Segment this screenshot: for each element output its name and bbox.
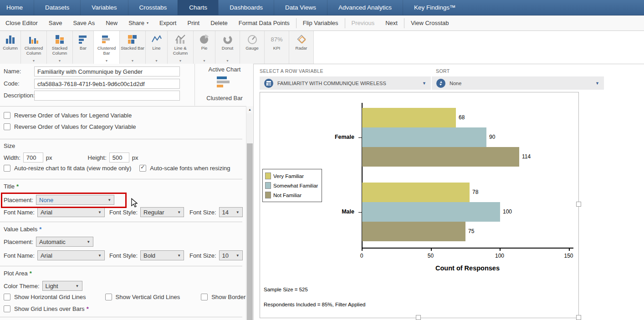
- nav-tab-variables[interactable]: Variables: [80, 0, 128, 15]
- reverse-legend-row: Reverse Order of Values for Legend Varia…: [4, 112, 132, 119]
- title-font-size-select[interactable]: 14 ▼: [219, 207, 243, 217]
- menu-separator: [404, 18, 404, 28]
- column-chart-type-button[interactable]: Column: [0, 31, 21, 64]
- clustered-column-icon: [28, 33, 39, 45]
- clustered-column-chart-type-button[interactable]: Clustered Column▼: [21, 31, 47, 64]
- grid-lines-row: Show Horizontal Grid Lines Show Vertical…: [4, 294, 245, 300]
- code-field[interactable]: [34, 79, 180, 89]
- chart-type-label: Stacked Column: [47, 46, 72, 56]
- title-font-style-select[interactable]: Regular ▼: [140, 207, 184, 217]
- vl-font-size-label: Font Size:: [189, 252, 216, 259]
- row-variable-dropdown[interactable]: FAMILIARITY WITH COMMUNIQUE WIRELESS ▼: [260, 76, 431, 90]
- nav-tab-dashboards[interactable]: Dashboards: [218, 0, 274, 15]
- scroll-up-arrow-icon[interactable]: ▲: [246, 106, 253, 113]
- auto-scale-fonts-checkbox[interactable]: [139, 165, 146, 172]
- menu-item-share[interactable]: Share▾: [123, 15, 154, 30]
- menu-item-new[interactable]: New: [100, 15, 123, 30]
- color-theme-select[interactable]: Light ▼: [42, 281, 82, 291]
- line-chart-type-button[interactable]: Line▼: [146, 31, 168, 64]
- show-horizontal-grid-checkbox[interactable]: [4, 294, 10, 300]
- radar-chart-type-button[interactable]: Radar: [289, 31, 314, 64]
- width-label: Width:: [4, 154, 20, 161]
- vl-font-name-select[interactable]: Arial ▼: [37, 250, 105, 260]
- pie-chart-type-button[interactable]: Pie▼: [194, 31, 215, 64]
- vl-font-style-select[interactable]: Bold ▼: [140, 250, 184, 260]
- show-grid-over-bars-label: Show Grid Lines over Bars*: [14, 305, 89, 312]
- nav-tab-charts[interactable]: Charts: [178, 0, 218, 15]
- clustered-bar-chart-type-button[interactable]: Clustered Bar▼: [94, 31, 120, 64]
- chart-type-label: Column: [3, 46, 18, 51]
- menu-item-close-editor[interactable]: Close Editor: [0, 15, 43, 30]
- stacked-column-chart-type-button[interactable]: Stacked Column▼: [47, 31, 73, 64]
- nav-tab-datasets[interactable]: Datasets: [34, 0, 80, 15]
- menu-item-save-as[interactable]: Save As: [67, 15, 100, 30]
- value-label: 100: [503, 202, 512, 222]
- resize-handle-bottom[interactable]: [416, 315, 421, 320]
- vl-font-size-select[interactable]: 10 ▼: [219, 250, 243, 260]
- kpi-chart-type-button[interactable]: 87%KPI: [265, 31, 289, 64]
- bar-chart-type-button[interactable]: Bar: [73, 31, 94, 64]
- legend-item-not-familiar: Not Familiar: [265, 190, 318, 200]
- vl-font-style-label: Font Style:: [109, 252, 138, 259]
- scrollbar-thumb[interactable]: [247, 143, 253, 320]
- show-vertical-grid-checkbox[interactable]: [105, 294, 112, 300]
- options-scrollbar[interactable]: ▲: [246, 106, 253, 320]
- menu-item-label: Close Editor: [5, 20, 38, 26]
- legend-swatch: [265, 192, 271, 198]
- reverse-category-checkbox[interactable]: [4, 123, 10, 130]
- clustered-bar-icon: [217, 76, 227, 79]
- menu-item-export[interactable]: Export: [154, 15, 182, 30]
- menu-item-print[interactable]: Print: [182, 15, 205, 30]
- menu-item-delete[interactable]: Delete: [205, 15, 233, 30]
- reverse-legend-checkbox[interactable]: [4, 112, 10, 119]
- sort-dropdown[interactable]: None ▼: [432, 76, 604, 90]
- value-labels-heading: Value Labels*: [4, 226, 41, 233]
- stacked-bar-chart-type-button[interactable]: Stacked Bar▼: [120, 31, 146, 64]
- chart-canvas[interactable]: 6890114Female7810075Male050100150Count o…: [260, 92, 579, 318]
- menu-item-view-crosstab[interactable]: View Crosstab: [405, 15, 455, 30]
- divider: [0, 317, 242, 317]
- chevron-down-icon: ▼: [194, 59, 215, 62]
- donut-chart-type-button[interactable]: Donut▼: [215, 31, 240, 64]
- resize-handle-bottom-right[interactable]: [576, 315, 581, 320]
- menu-item-label: Export: [159, 20, 177, 26]
- line-column-icon: [175, 33, 186, 45]
- category-tick: [358, 212, 362, 213]
- name-field[interactable]: [34, 66, 180, 76]
- line-column-chart-type-button[interactable]: Line & Column▼: [168, 31, 194, 64]
- menu-item-label: Flip Variables: [303, 20, 338, 26]
- nav-tab-advanced-analytics[interactable]: Advanced Analytics: [327, 0, 403, 15]
- width-field[interactable]: [23, 152, 43, 163]
- chart-type-label: Line: [153, 46, 161, 51]
- x-tick-label: 50: [422, 253, 440, 259]
- nav-tab-home[interactable]: Home: [0, 0, 34, 15]
- value-labels-placement-row: Placement: Automatic ▼: [4, 237, 93, 247]
- chart-type-label: Radar: [296, 46, 307, 51]
- auto-resize-checkbox[interactable]: [4, 165, 10, 172]
- menu-item-save[interactable]: Save: [43, 15, 68, 30]
- chart-type-label: Gauge: [245, 46, 259, 51]
- chevron-down-icon: ▼: [422, 81, 426, 86]
- bar-icon: [78, 33, 89, 45]
- nav-tab-crosstabs[interactable]: Crosstabs: [128, 0, 178, 15]
- title-font-name-select[interactable]: Arial ▼: [37, 207, 105, 217]
- resize-handle-right[interactable]: [576, 202, 581, 207]
- value-labels-placement-select[interactable]: Automatic ▼: [36, 237, 93, 247]
- menu-item-next[interactable]: Next: [380, 15, 403, 30]
- description-field[interactable]: [34, 91, 180, 101]
- plot-area-heading: Plot Area*: [4, 270, 32, 277]
- nav-tab-data-views[interactable]: Data Views: [274, 0, 327, 15]
- nav-tab-key-findings[interactable]: Key Findings™: [403, 0, 467, 15]
- menu-item-previous: Previous: [346, 15, 380, 30]
- show-grid-over-bars-checkbox[interactable]: [4, 305, 10, 312]
- chart-type-label: Pie: [201, 46, 208, 51]
- chevron-down-icon: ▼: [98, 210, 102, 214]
- show-border-checkbox[interactable]: [201, 294, 208, 300]
- menu-item-label: Next: [385, 20, 398, 26]
- menu-item-flip-variables[interactable]: Flip Variables: [297, 15, 344, 30]
- name-label: Name:: [4, 68, 21, 75]
- height-field[interactable]: [109, 152, 129, 163]
- gauge-chart-type-button[interactable]: Gauge: [240, 31, 265, 64]
- chevron-down-icon: ▼: [76, 284, 79, 288]
- menu-item-format-data-points[interactable]: Format Data Points: [233, 15, 295, 30]
